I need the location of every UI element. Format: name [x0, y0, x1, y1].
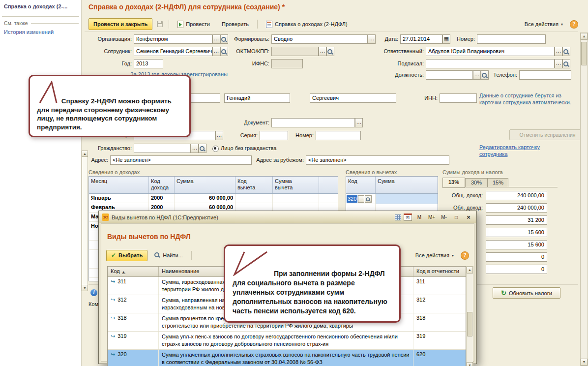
phone-field[interactable]	[519, 70, 571, 80]
scroll-down-button[interactable]: ▼	[581, 359, 588, 366]
all-actions-button[interactable]: Все действия▾	[520, 18, 568, 30]
help-button[interactable]: ?	[570, 20, 578, 29]
income-row[interactable]: Январь 2000 60 000,00	[89, 194, 338, 203]
cell-name[interactable]: Сумма упл-х пенс-х взносов по договору н…	[159, 332, 413, 349]
refresh-taxes-button[interactable]: ↻Обновить налоги	[493, 287, 560, 299]
address-abroad-field[interactable]: <Не заполнен>	[306, 155, 449, 165]
save-button[interactable]	[154, 18, 165, 30]
employee-more-button[interactable]: …	[212, 47, 220, 56]
deduction-sum-cell[interactable]	[376, 194, 438, 204]
tab-13[interactable]: 13%	[442, 178, 465, 188]
edit-employee-card-link[interactable]: Редактировать карточку сотрудника	[479, 144, 543, 157]
tax-calculated-field[interactable]: 31 200	[486, 215, 547, 225]
post-button[interactable]: Провести	[173, 18, 215, 30]
col-month[interactable]: Месяц	[89, 177, 149, 193]
oktmo-more-button[interactable]: …	[319, 47, 326, 56]
doc-number-field[interactable]	[316, 131, 361, 140]
year-field[interactable]: 2013	[134, 59, 163, 68]
series-field[interactable]	[260, 131, 288, 140]
form-left-scrollbar[interactable]: ▲ ▼	[82, 151, 88, 291]
col-income-code[interactable]: Код дохода	[149, 177, 175, 193]
date-field[interactable]: 27.01.2014	[400, 34, 442, 44]
deduction-code-editor[interactable]: 320 …	[346, 194, 376, 204]
inn-field[interactable]	[440, 93, 477, 103]
check-button[interactable]: Проверить	[217, 18, 254, 30]
choose-button[interactable]: ✓Выбрать	[106, 250, 147, 261]
tax-extra-field[interactable]: 0	[486, 252, 547, 262]
col-ded-code[interactable]: Код вычета	[235, 177, 273, 193]
cell-report-code[interactable]: 620	[413, 350, 466, 366]
deduction-more-button[interactable]: …	[358, 195, 364, 203]
signed-field[interactable]	[426, 59, 555, 68]
memory-minus-button[interactable]: М-	[439, 214, 449, 221]
cell-code[interactable]: ↪312	[108, 295, 159, 313]
maximize-button[interactable]: □	[451, 214, 461, 221]
tax-withheld-field[interactable]: 15 600	[486, 228, 547, 237]
scroll-down-button[interactable]: ▼	[82, 285, 88, 291]
document-more-button[interactable]: …	[355, 118, 363, 127]
form-scrollbar[interactable]: ▲ ▼	[580, 32, 588, 366]
org-field[interactable]: Конфетпром	[134, 34, 212, 44]
dialog-titlebar[interactable]: 1С Виды вычетов по НДФЛ (1С:Предприятие)…	[99, 212, 476, 223]
stateless-radio[interactable]	[212, 146, 219, 152]
scroll-thumb[interactable]	[581, 42, 587, 65]
scroll-thumb[interactable]	[467, 312, 472, 336]
memory-button[interactable]: М	[414, 214, 424, 221]
cell-ded-sum[interactable]	[273, 194, 319, 203]
grid-icon[interactable]	[395, 214, 401, 220]
format-field[interactable]: Сводно	[271, 34, 368, 44]
citizenship-field[interactable]	[134, 144, 191, 153]
status-more-button[interactable]: …	[215, 131, 223, 140]
cell-report-code[interactable]: 311	[413, 277, 466, 295]
position-lookup-button[interactable]	[481, 70, 489, 80]
position-field[interactable]	[426, 70, 473, 80]
org-lookup-button[interactable]	[220, 34, 228, 44]
cell-code[interactable]: 2000	[149, 194, 175, 203]
col-ded-sum[interactable]: Сумма вычета	[273, 177, 319, 193]
col-ded-sum[interactable]: Сумма	[376, 177, 438, 193]
scroll-up-button[interactable]: ▲	[82, 151, 88, 157]
total-income-field[interactable]: 240 000,00	[486, 191, 547, 200]
scroll-up-button[interactable]: ▲	[467, 267, 473, 274]
memory-plus-button[interactable]: М+	[427, 214, 437, 221]
oktmo-lookup-button[interactable]	[326, 47, 334, 56]
taxable-income-field[interactable]: 240 000,00	[486, 203, 547, 213]
citizenship-lookup-button[interactable]	[199, 144, 206, 153]
deduction-edit-row[interactable]: 320 …	[346, 194, 438, 204]
cell-report-code[interactable]: 319	[413, 332, 466, 349]
employee-lookup-button[interactable]	[220, 47, 228, 56]
dialog-all-actions-button[interactable]: Все действия▾	[411, 250, 459, 261]
deduction-code-value[interactable]: 320	[347, 195, 357, 203]
col-ded-code[interactable]: Код	[346, 177, 376, 193]
document-field[interactable]	[271, 118, 355, 127]
responsible-field[interactable]: Абдулов Юрий Владимирович	[426, 47, 555, 56]
position-more-button[interactable]: …	[473, 70, 481, 80]
report-button[interactable]: Справка о доходах (2-НДФЛ)	[261, 18, 353, 30]
responsible-lookup-button[interactable]	[562, 47, 570, 56]
format-more-button[interactable]: …	[368, 34, 376, 44]
dialog-help-button[interactable]: ?	[461, 251, 469, 260]
citizenship-more-button[interactable]: …	[191, 144, 199, 153]
cell-sum[interactable]: 60 000,00	[175, 194, 235, 203]
col-report-code[interactable]: Код в отчетности	[413, 267, 466, 276]
date-calendar-button[interactable]: ▦	[442, 34, 450, 44]
deduction-lookup-button[interactable]	[365, 195, 372, 203]
middle-name-field[interactable]: Сергеевич	[310, 93, 396, 103]
scroll-up-button[interactable]: ▲	[581, 33, 588, 40]
cell-ded-code[interactable]	[235, 194, 273, 203]
post-and-close-button[interactable]: Провести и закрыть	[88, 18, 152, 30]
org-more-button[interactable]: …	[212, 34, 220, 44]
cell-code[interactable]: ↪311	[108, 277, 159, 295]
cell-code[interactable]: ↪319	[108, 332, 159, 349]
cell-month[interactable]: Январь	[89, 194, 149, 203]
first-name-field[interactable]: Геннадий	[224, 93, 290, 103]
col-sum[interactable]: Сумма	[175, 177, 235, 193]
tab-30[interactable]: 30%	[465, 178, 488, 187]
cell-code[interactable]: ↪318	[108, 313, 159, 331]
tax-transferred-field[interactable]: 15 600	[486, 240, 547, 249]
address-field[interactable]: <Не заполнен>	[110, 155, 252, 165]
find-button[interactable]: Найти...	[149, 250, 188, 261]
deduction-type-row[interactable]: ↪319 Сумма упл-х пенс-х взносов по догов…	[108, 332, 466, 350]
responsible-more-button[interactable]: …	[555, 47, 562, 56]
employee-field[interactable]: Семенов Геннадий Сергеевич	[134, 47, 212, 56]
